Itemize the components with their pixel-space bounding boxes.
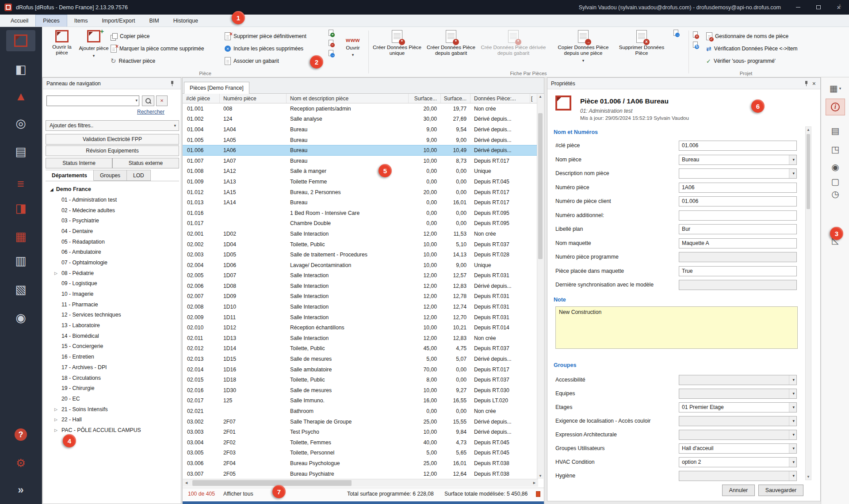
navigation-tab[interactable]: Groupes [94, 170, 127, 181]
ribbon-tab[interactable]: Historique [166, 15, 205, 27]
doc-remove-icon[interactable]: − [329, 40, 333, 46]
column-header-cle[interactable]: #clé pièce [183, 94, 220, 103]
property-input[interactable]: True [679, 266, 797, 276]
tree-item[interactable]: ▷ 18 - Circulations [43, 373, 181, 383]
tree-item[interactable]: ▷ 04 - Dentaire [43, 226, 181, 237]
collapse-ribbon-icon[interactable]: ∧ [838, 2, 842, 9]
tree-item[interactable]: ▷ 10 - Imagerie [43, 289, 181, 299]
table-row[interactable]: 02.015 1D18 Toilette, Public 8,00 0,00 D… [183, 374, 538, 385]
add-filters-button[interactable]: Ajouter des filtres..▾ [46, 120, 179, 131]
reactivate-room-button[interactable]: ↻Réactiver pièce [111, 55, 155, 67]
sidebar-module-attachments[interactable]: ◎ [6, 113, 35, 134]
close-panel-icon[interactable]: × [811, 80, 817, 87]
scroll-up-icon[interactable]: ▲ [806, 128, 811, 132]
sidebar-settings-button[interactable]: ⚙ [6, 452, 35, 473]
table-row[interactable]: 03.007 2F05 Bureau Psychiatre 12,00 12,6… [183, 469, 538, 479]
open-room-button[interactable]: Ouvrir la pièce [48, 28, 76, 56]
tree-item[interactable]: ▷ 21 - Soins Intensifs [43, 404, 181, 415]
sidebar-module-systems[interactable]: ◨ [6, 198, 35, 219]
camera-view-button[interactable]: ◉ [826, 160, 845, 175]
tree-item[interactable]: ▷ 06 - Ambulatoire [43, 247, 181, 257]
table-row[interactable]: 02.013 1D15 Salle de mesures 5,00 5,07 D… [183, 354, 538, 364]
tree-item[interactable]: ▷ 03 - Psychiatrie [43, 215, 181, 226]
property-input[interactable] [679, 168, 797, 179]
pin-icon[interactable] [170, 80, 175, 86]
save-button[interactable]: Sauvegarder [758, 485, 803, 496]
model-view-button[interactable]: ◳ [826, 142, 845, 157]
tree-item[interactable]: ▷ 01 - Administration test [43, 195, 181, 205]
property-select[interactable]: 01 Premier Etage [679, 402, 797, 412]
property-select[interactable] [679, 471, 797, 481]
table-row[interactable]: 01.008 1A12 Salle à manger 0,00 0,00 Uni… [183, 166, 538, 177]
copy-room-button[interactable]: Copier pièce [111, 31, 149, 42]
ribbon-tab[interactable]: BIM [142, 15, 166, 27]
property-input[interactable] [679, 210, 797, 221]
property-select[interactable] [679, 416, 797, 426]
table-row[interactable]: 03.004 2F02 Toilette, Femmes 40,00 4,73 … [183, 437, 538, 448]
doc-mini-icon[interactable]: → [673, 30, 678, 36]
table-row[interactable]: 02.010 1D12 Réception échantillons 10,00… [183, 322, 538, 333]
property-input[interactable]: Maquette A [679, 238, 797, 248]
tree-item[interactable]: ▷ 09 - Logistique [43, 279, 181, 289]
delete-room-data-button[interactable]: × Supprimer Données Pièce [617, 28, 666, 57]
sidebar-module-shapes[interactable]: ▲ [6, 86, 35, 107]
scrollbar-thumb[interactable] [192, 480, 352, 486]
column-header-surface-mod[interactable]: Surface... [441, 94, 470, 103]
minimize-button[interactable] [788, 0, 808, 15]
scroll-left-icon[interactable]: ◄ [184, 481, 188, 485]
tree-item[interactable]: ▷ 08 - Pédiatrie [43, 268, 181, 279]
table-row[interactable]: 01.002 124 Salle analyse 30,00 27,69 Dér… [183, 114, 538, 125]
table-row[interactable]: 02.016 1D30 Salle de mesures 10,00 9,27 … [183, 385, 538, 396]
table-row[interactable]: 02.008 1D10 Salle Interaction 12,00 12,7… [183, 302, 538, 312]
tree-item[interactable]: ▷ 22 - Hall [43, 414, 181, 425]
assign-template-button[interactable]: Associer un gabarit [225, 55, 279, 67]
table-row[interactable]: 02.003 1D05 Salle de traitement - Proced… [183, 249, 538, 260]
expand-arrow-icon[interactable]: ▷ [54, 407, 57, 412]
mark-deleted-button[interactable]: ×Marquer la pièce comme supprimée [111, 43, 204, 54]
table-row[interactable]: 01.007 1A07 Bureau 10,00 8,73 Depuis RT.… [183, 156, 538, 166]
table-row[interactable]: 01.006 1A06 Bureau 10,00 10,49 Dérivé de… [183, 145, 538, 156]
property-input[interactable]: Bur [679, 224, 797, 234]
scrollbar-thumb[interactable] [538, 113, 543, 259]
property-input[interactable]: 1A06 [679, 183, 797, 193]
table-row[interactable]: 02.002 1D04 Toilette, Public 10,00 5,10 … [183, 239, 538, 250]
property-select[interactable]: Hall d'acceuil [679, 443, 797, 454]
collapse-arrow-icon[interactable]: ◢ [50, 187, 54, 192]
sidebar-module-logistics[interactable]: ▤ [6, 141, 35, 162]
property-input[interactable]: 01.006 [679, 141, 797, 151]
tree-item[interactable]: ▷ 12 - Services techniques [43, 310, 181, 321]
tree-item[interactable]: ▷ 02 - Médecine adultes [43, 205, 181, 216]
include-deleted-button[interactable]: ×Inclure les pièces supprimées [225, 43, 303, 54]
clear-search-button[interactable]: × [156, 95, 168, 106]
show-all-link[interactable]: Afficher tous [223, 488, 253, 500]
column-header-surface-prog[interactable]: Surface... [409, 94, 441, 103]
expand-arrow-icon[interactable]: ▷ [54, 428, 57, 432]
properties-scrollbar[interactable]: ▲ ▼ [805, 126, 811, 480]
column-header-numero[interactable]: Numéro pièce [220, 94, 287, 103]
create-room-data-derived-button[interactable]: * Crée Données Pièce dérivée depuis gaba… [481, 28, 546, 57]
sidebar-module-data[interactable]: ≡ [6, 173, 35, 195]
property-select[interactable] [679, 375, 797, 385]
grid-tab-pieces[interactable]: Pièces [Demo France] [184, 82, 249, 94]
sidebar-expand-button[interactable]: » [6, 479, 35, 500]
sidebar-help-button[interactable]: ? [6, 424, 35, 445]
property-select[interactable] [679, 389, 797, 399]
doc-mini-icon[interactable]: ↻ [693, 42, 698, 48]
cancel-button[interactable]: Annuler [722, 485, 755, 496]
navigation-tab[interactable]: Départements [46, 170, 94, 181]
tree-item[interactable]: ▷ 11 - Pharmacie [43, 299, 181, 310]
table-row[interactable]: 01.013 1A14 Bureau 0,00 16,01 Depuis RT.… [183, 197, 538, 208]
property-input[interactable] [679, 280, 797, 290]
expand-arrow-icon[interactable]: ▷ [54, 271, 57, 275]
table-row[interactable]: 01.012 1A15 Bureau, 2 Personnes 20,00 0,… [183, 187, 538, 198]
history-view-button[interactable]: ◷ [826, 187, 845, 202]
property-input[interactable]: 01.006 [679, 196, 797, 206]
sidebar-module-items[interactable]: ◧ [6, 59, 35, 80]
tree-item[interactable]: ▷ 19 - Chirurgie [43, 383, 181, 393]
search-input[interactable]: ▾ [46, 95, 139, 106]
search-link[interactable]: Rechercher [137, 109, 164, 115]
pin-icon[interactable] [804, 80, 809, 86]
table-row[interactable]: 01.009 1A13 Toilette Femme 0,00 0,00 Dep… [183, 176, 538, 187]
table-row[interactable]: 02.007 1D09 Salle Interaction 12,00 12,7… [183, 291, 538, 302]
ribbon-tab[interactable]: Items [67, 15, 95, 27]
